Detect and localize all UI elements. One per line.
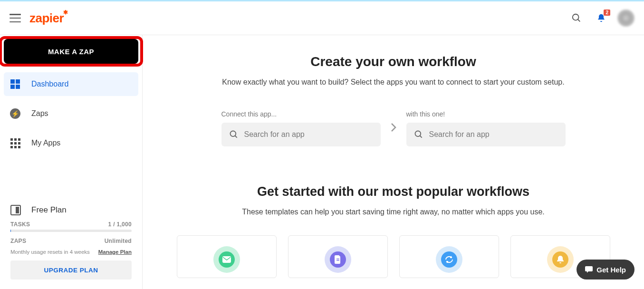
svg-point-4 [415,131,421,137]
get-help-button[interactable]: Get Help [577,260,634,279]
app-search-right[interactable] [406,123,566,146]
svg-point-2 [230,131,236,137]
sidebar: MAKE A ZAP Dashboard ⚡ Zaps My Apps [0,35,143,289]
plan-icon [10,205,21,215]
search-icon [414,130,423,139]
get-help-label: Get Help [596,266,626,274]
connect-right-label: with this one! [406,110,566,118]
chevron-right-icon [390,122,397,135]
tasks-label: TASKS [10,221,30,228]
tasks-value: 1 / 1,000 [108,221,132,228]
notifications-button[interactable]: 2 [591,8,612,29]
svg-point-0 [573,14,579,20]
plan-name: Free Plan [31,205,67,215]
logo-star-icon: ✱ [63,9,68,16]
template-card[interactable] [399,235,499,278]
svg-line-5 [420,136,422,138]
app-search-left[interactable] [221,123,381,146]
search-icon [229,130,239,139]
sidebar-item-label: Dashboard [31,80,68,88]
hero-title: Create your own workflow [162,54,625,69]
svg-rect-9 [585,266,593,271]
sidebar-item-dashboard[interactable]: Dashboard [4,72,138,96]
dashboard-icon [10,78,21,90]
popular-subtitle: These templates can help you start savin… [162,208,625,216]
template-card[interactable] [177,235,277,278]
app-search-input-right[interactable] [429,130,558,139]
hamburger-menu-icon[interactable] [10,14,21,22]
sidebar-item-label: Zaps [31,109,48,118]
bell-icon [547,246,574,273]
notification-badge: 2 [604,10,610,16]
svg-rect-6 [222,256,231,263]
template-cards [162,235,625,278]
svg-rect-7 [336,259,339,260]
sidebar-item-my-apps[interactable]: My Apps [4,131,138,155]
document-icon [325,246,351,273]
search-icon [571,13,582,23]
zaps-label: ZAPS [10,238,26,244]
avatar[interactable] [617,10,634,27]
svg-line-3 [235,136,237,138]
template-card[interactable] [288,235,388,278]
svg-rect-8 [336,260,339,261]
app-search-input-left[interactable] [244,130,373,139]
manage-plan-link[interactable]: Manage Plan [98,249,132,255]
sidebar-item-zaps[interactable]: ⚡ Zaps [4,102,138,125]
connect-apps-row: Connect this app... with this one! [162,110,625,146]
make-a-zap-button[interactable]: MAKE A ZAP [4,39,138,64]
zapier-logo[interactable]: zapier ✱ [29,11,64,26]
apps-grid-icon [10,137,21,149]
zaps-value: Unlimited [105,238,132,244]
tasks-progress-bar [10,230,132,232]
svg-line-1 [578,19,580,22]
main-content: Create your own workflow Know exactly wh… [143,35,644,289]
popular-title: Get started with our most popular workfl… [162,184,625,199]
logo-text: zapier [29,11,64,25]
header: zapier ✱ 2 [0,1,644,35]
plan-section: Free Plan TASKS 1 / 1,000 ZAPS Unlimited… [0,199,142,285]
sync-icon [436,246,462,273]
reset-text: Monthly usage resets in 4 weeks [10,249,90,255]
connect-left-label: Connect this app... [221,110,381,118]
chat-icon [585,266,593,273]
svg-marker-10 [587,271,589,273]
hero-subtitle: Know exactly what you want to build? Sel… [162,78,625,87]
sidebar-item-label: My Apps [31,139,60,147]
upgrade-plan-button[interactable]: UPGRADE PLAN [10,260,132,279]
global-search-button[interactable] [566,8,587,29]
mail-icon [213,246,240,273]
zap-icon: ⚡ [10,108,21,119]
